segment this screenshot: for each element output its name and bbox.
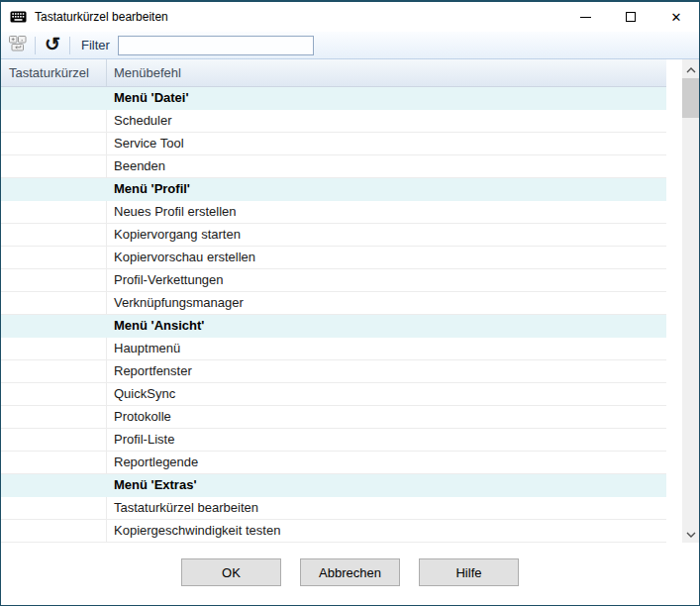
command-cell: Kopiervorgang starten [107,224,666,246]
table-row-section[interactable]: Menü 'Ansicht' [1,315,666,338]
close-button[interactable]: ✕ [653,2,699,32]
table-row[interactable]: Reportlegende [1,452,666,474]
shortcut-cell [1,338,107,359]
table-row[interactable]: QuickSync [1,383,666,406]
command-cell: Protokolle [107,406,666,428]
shortcut-cell [1,520,107,542]
shortcut-cell [1,497,107,519]
cancel-button[interactable]: Abbrechen [300,558,400,586]
shortcut-cell [1,201,107,223]
dialog-window: Tastaturkürzel bearbeiten ✕ [0,0,700,606]
command-cell: Scheduler [107,110,666,132]
maximize-icon [626,12,636,22]
command-cell: Reportlegende [107,452,666,473]
shortcut-cell [1,87,107,109]
column-header-command[interactable]: Menübefehl [107,59,666,86]
maximize-button[interactable] [608,2,653,32]
shortcut-cell [1,269,107,291]
command-cell: Beenden [107,155,666,177]
table-row[interactable]: Protokolle [1,406,666,429]
table-row[interactable]: Profil-Liste [1,429,666,452]
shortcut-cell [1,155,107,177]
table-row[interactable]: Verknüpfungsmanager [1,292,666,315]
footer: OK Abbrechen Hilfe [1,543,699,605]
scrollbar-thumb[interactable] [682,78,699,118]
shortcut-cell [1,133,107,154]
shortcut-cell [1,406,107,428]
shortcut-table: Tastaturkürzel Menübefehl Menü 'Datei'Sc… [1,59,699,543]
keyboard-icon [10,11,27,23]
command-cell: Hauptmenü [107,338,666,359]
shortcut-cell [1,247,107,268]
table-row[interactable]: Service Tool [1,133,666,155]
table-row[interactable]: Kopiervorgang starten [1,224,666,247]
shortcut-cell [1,360,107,382]
undo-icon: ↺ [45,35,60,53]
title-bar: Tastaturkürzel bearbeiten ✕ [1,2,699,32]
table-row-section[interactable]: Menü 'Profil' [1,178,666,201]
command-cell: Menü 'Datei' [107,87,666,109]
scroll-up-button[interactable] [682,59,699,76]
table-row[interactable]: Reportfenster [1,360,666,383]
minimize-icon [580,17,591,18]
shortcut-cell [1,224,107,246]
filter-label: Filter [81,38,110,52]
chevron-up-icon [686,59,696,77]
command-cell: Profil-Liste [107,429,666,451]
command-cell: QuickSync [107,383,666,405]
shortcut-cell [1,292,107,314]
command-cell: Tastaturkürzel bearbeiten [107,497,666,519]
table-row[interactable]: Neues Profil erstellen [1,201,666,224]
table-row[interactable]: Hauptmenü [1,338,666,360]
scroll-down-button[interactable] [682,524,699,541]
window-title: Tastaturkürzel bearbeiten [35,10,168,24]
assign-shortcut-button[interactable] [6,34,30,57]
help-button[interactable]: Hilfe [419,558,519,586]
chevron-down-icon [686,524,696,542]
shortcut-cell [1,452,107,473]
table-row[interactable]: Beenden [1,155,666,178]
toolbar-separator [69,37,70,54]
command-cell: Menü 'Ansicht' [107,315,666,337]
shortcut-cell [1,178,107,200]
vertical-scrollbar[interactable] [682,59,699,543]
command-cell: Kopiergeschwindigkeit testen [107,520,666,542]
command-cell: Service Tool [107,133,666,154]
close-icon: ✕ [671,11,682,24]
command-cell: Menü 'Profil' [107,178,666,200]
minimize-button[interactable] [562,2,608,32]
shortcut-cell [1,110,107,132]
command-cell: Menü 'Extras' [107,474,666,496]
keyboard-keys-icon [8,35,28,55]
table-row-section[interactable]: Menü 'Datei' [1,87,666,110]
shortcut-cell [1,474,107,496]
shortcut-cell [1,315,107,337]
ok-button[interactable]: OK [181,558,281,586]
reset-shortcuts-button[interactable]: ↺ [41,34,64,57]
toolbar: ↺ Filter [1,32,699,59]
command-cell: Profil-Verkettungen [107,269,666,291]
table-row-section[interactable]: Menü 'Extras' [1,474,666,497]
shortcut-cell [1,383,107,405]
command-cell: Reportfenster [107,360,666,382]
table-body: Menü 'Datei'SchedulerService ToolBeenden… [1,87,666,543]
table-row[interactable]: Scheduler [1,110,666,133]
table-row[interactable]: Kopiervorschau erstellen [1,247,666,269]
toolbar-separator [35,37,36,54]
table-row[interactable]: Tastaturkürzel bearbeiten [1,497,666,520]
command-cell: Verknüpfungsmanager [107,292,666,314]
table-header: Tastaturkürzel Menübefehl [1,59,666,87]
shortcut-cell [1,429,107,451]
window-controls: ✕ [562,2,699,32]
command-cell: Neues Profil erstellen [107,201,666,223]
filter-input[interactable] [118,36,314,55]
table-row[interactable]: Profil-Verkettungen [1,269,666,292]
command-cell: Kopiervorschau erstellen [107,247,666,268]
column-header-shortcut[interactable]: Tastaturkürzel [1,59,107,86]
table-row[interactable]: Kopiergeschwindigkeit testen [1,520,666,543]
